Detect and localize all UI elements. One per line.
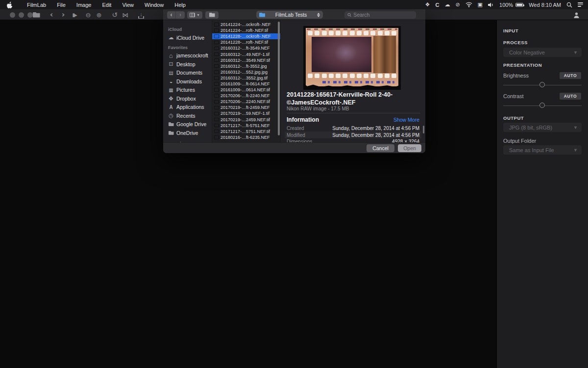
brightness-slider[interactable] (503, 82, 582, 88)
file-thumbnail (214, 23, 219, 26)
process-dropdown[interactable]: Color Negative ▼ (503, 48, 582, 57)
rotate-icon[interactable]: ↺ (110, 9, 120, 20)
menu-bar: FilmLabFileImageEditViewWindowHelp ❖ C ☁… (0, 0, 588, 9)
sidebar-item[interactable]: Documents (163, 69, 212, 78)
file-row[interactable]: 20171217-…5751.NEF.tif (212, 129, 280, 134)
file-row[interactable]: 20160312-…3549.NEF.tif (212, 57, 280, 63)
file-row[interactable]: 20141224-…ockroft-.NEF (212, 22, 280, 27)
file-row[interactable]: 20141228-…ockroft-.NEF (212, 33, 280, 39)
file-row[interactable]: 20141228-…roft-.NEF.tif (212, 39, 280, 45)
menu-item[interactable]: Image (71, 2, 97, 8)
slider-thumb[interactable] (539, 82, 545, 87)
file-row[interactable]: 20141224-…roft-.NEF.tif (212, 27, 280, 33)
sidebar-item[interactable]: jamescockroft (163, 52, 212, 60)
file-row[interactable]: 20160312-…49.NEF-1.tif (212, 51, 280, 57)
folder-icon (209, 13, 215, 17)
file-row[interactable]: 20171217-…ft-5751.NEF (212, 123, 280, 129)
file-name: 20161009-…0614.NEF.tif (220, 87, 270, 92)
file-row[interactable]: 20161009-…0614.NEF.tif (212, 87, 280, 93)
wifi-icon[interactable] (466, 2, 472, 7)
sidebar-item[interactable]: Desktop (163, 60, 212, 69)
sidebar-item-label: Pictures (176, 87, 195, 93)
file-row[interactable]: 20170206-…2240.NEF.tif (212, 99, 280, 105)
sidebar-item[interactable]: OneDrive (163, 129, 212, 137)
file-row[interactable]: 20160312-…552.jpg.jpg (212, 69, 280, 75)
chevron-down-icon: ▼ (573, 125, 578, 130)
previous-image-button[interactable]: ‹ (47, 9, 56, 20)
export-button[interactable]: ↓ (135, 9, 147, 20)
file-row[interactable]: 20170206-…ft-2240.NEF (212, 93, 280, 99)
info-scrollbar[interactable] (423, 126, 424, 133)
battery-indicator[interactable]: 100% (499, 2, 523, 8)
file-name: 20141228-…ockroft-.NEF (220, 34, 271, 39)
menu-item[interactable]: View (117, 2, 139, 8)
file-row[interactable]: 20170219-…59.NEF-1.tif (212, 110, 280, 116)
minimize-button[interactable] (19, 12, 24, 18)
file-thumbnail (214, 88, 219, 92)
dropbox-status-icon[interactable]: ❖ (425, 1, 430, 8)
forward-button[interactable]: › (176, 11, 185, 19)
file-row[interactable]: 20160312-…ft-3549.NEF (212, 45, 280, 51)
file-row[interactable]: 20180216-…ft-6235.NEF (212, 134, 280, 140)
sidebar-item[interactable]: Recents (163, 111, 212, 120)
export-icon: ↓ (138, 11, 144, 19)
brightness-auto-button[interactable]: AUTO (560, 72, 581, 79)
skip-forward-icon[interactable]: ▮▶ (69, 9, 79, 20)
sidebar-item[interactable]: Applications (163, 103, 212, 112)
menu-item[interactable]: Window (139, 2, 169, 8)
new-folder-button[interactable] (205, 11, 219, 19)
sidebar-item[interactable]: Dropbox (163, 94, 212, 103)
search-input[interactable] (353, 12, 413, 18)
search-field[interactable] (344, 11, 416, 19)
sidebar-item[interactable]: Pictures (163, 86, 212, 95)
location-dropdown[interactable]: FilmLab Tests (256, 11, 323, 19)
information-header: Information (287, 116, 319, 123)
zoom-out-icon[interactable]: ⊖ (83, 9, 93, 20)
spotlight-search-icon[interactable] (566, 2, 572, 8)
back-button[interactable]: ‹ (167, 11, 176, 19)
menu-item[interactable]: Help (169, 2, 191, 8)
next-image-button[interactable]: › (59, 9, 68, 20)
file-row[interactable]: 20161009-…ft-0614.NEF (212, 81, 280, 87)
cancel-button[interactable]: Cancel (367, 144, 394, 152)
view-mode-button[interactable]: ▼ (187, 11, 202, 19)
file-name: 20160312-…49.NEF-1.tif (220, 52, 270, 57)
file-thumbnail (214, 41, 219, 45)
sidebar-item[interactable]: iCloud Drive (163, 33, 212, 42)
zoom-in-icon[interactable]: ⊕ (94, 9, 104, 20)
user-account-button[interactable] (571, 9, 581, 20)
file-thumbnail (214, 28, 219, 32)
open-button[interactable]: Open (398, 144, 421, 152)
file-name: 20160312-…552.jpg.jpg (220, 70, 268, 75)
open-file-button[interactable] (30, 9, 42, 20)
output-format-dropdown[interactable]: JPG (8 bit, sRGB) ▼ (503, 123, 582, 132)
recents-icon (168, 112, 174, 119)
file-thumbnail (214, 47, 219, 51)
do-not-disturb-icon[interactable]: ⊘ (455, 1, 460, 8)
file-row[interactable]: 20170219-…2459.NEF.tif (212, 117, 280, 123)
file-row[interactable]: 20170219-…ft-2459.NEF (212, 105, 280, 110)
contrast-slider[interactable] (503, 103, 582, 108)
sidebar-item[interactable]: Google Drive (163, 120, 212, 129)
slider-thumb[interactable] (539, 103, 545, 108)
sidebar-item[interactable]: Downloads (163, 77, 212, 86)
volume-icon[interactable] (488, 2, 494, 7)
menu-item[interactable]: File (51, 2, 71, 8)
show-more-link[interactable]: Show More (393, 117, 419, 123)
menu-item[interactable]: FilmLab (22, 2, 51, 8)
file-row[interactable]: 20160312-…ft-3552.jpg (212, 63, 280, 69)
file-name: 20170206-…2240.NEF.tif (220, 99, 270, 104)
menu-item[interactable]: Edit (97, 2, 117, 8)
notification-center-icon[interactable] (578, 2, 583, 7)
menu-bar-clock[interactable]: Wed 8:10 AM (529, 2, 561, 8)
contrast-auto-button[interactable]: AUTO (560, 93, 581, 100)
flip-icon[interactable]: ⋈ (121, 9, 130, 20)
cloud-status-icon[interactable]: ☁ (444, 1, 450, 8)
close-button[interactable] (10, 12, 15, 18)
output-folder-dropdown[interactable]: Same as Input File ▼ (503, 145, 582, 155)
file-row[interactable]: 20160312-…3552.jpg.tif (212, 75, 280, 81)
display-preferences-icon[interactable]: ▣ (478, 1, 483, 8)
c-app-status-icon[interactable]: C (435, 2, 439, 8)
apple-menu[interactable] (7, 1, 13, 8)
file-list-scrollbar[interactable] (278, 22, 280, 135)
